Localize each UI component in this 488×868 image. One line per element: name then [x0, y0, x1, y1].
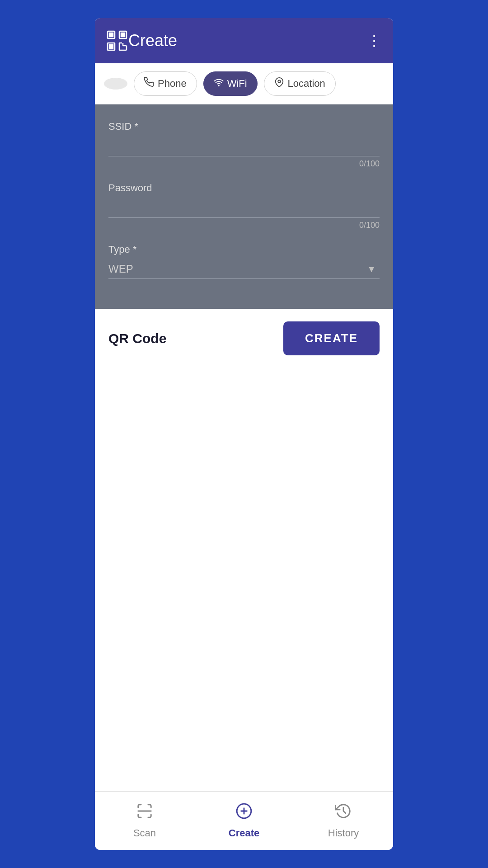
- svg-point-13: [278, 80, 281, 83]
- tab-location[interactable]: Location: [264, 71, 336, 96]
- qr-section: QR Code CREATE: [95, 309, 393, 368]
- menu-button[interactable]: ⋮: [367, 32, 382, 49]
- nav-item-scan[interactable]: Scan: [95, 802, 194, 839]
- qr-label: QR Code: [108, 331, 166, 346]
- nav-history-label: History: [328, 827, 359, 839]
- app-logo-icon: [106, 29, 128, 52]
- history-icon: [335, 802, 352, 824]
- nav-item-history[interactable]: History: [294, 802, 393, 839]
- tab-phone-label: Phone: [158, 78, 187, 90]
- header-title: Create: [128, 31, 367, 50]
- phone-icon: [144, 77, 154, 90]
- ssid-char-count: 0/100: [108, 159, 380, 169]
- svg-rect-5: [109, 45, 113, 48]
- tab-phone[interactable]: Phone: [134, 71, 197, 96]
- ssid-label: SSID *: [108, 121, 380, 132]
- type-select[interactable]: WEP WPA WPA2 None: [108, 259, 380, 279]
- svg-rect-1: [109, 33, 113, 37]
- phone-container: Create ⋮ Phone WiF: [95, 18, 393, 850]
- svg-point-12: [218, 85, 219, 86]
- svg-rect-3: [121, 33, 125, 37]
- type-label: Type *: [108, 244, 380, 255]
- ssid-input[interactable]: [108, 136, 380, 156]
- password-field: Password 0/100: [108, 182, 380, 230]
- wifi-icon: [214, 77, 224, 90]
- tab-wifi-label: WiFi: [227, 78, 247, 90]
- app-header: Create ⋮: [95, 18, 393, 63]
- password-input[interactable]: [108, 198, 380, 218]
- ssid-field: SSID * 0/100: [108, 121, 380, 169]
- password-char-count: 0/100: [108, 221, 380, 230]
- form-area: SSID * 0/100 Password 0/100 Type * WEP W…: [95, 104, 393, 309]
- nav-item-create[interactable]: Create: [194, 802, 294, 839]
- bottom-nav: Scan Create History: [95, 791, 393, 850]
- password-label: Password: [108, 182, 380, 194]
- tab-bar: Phone WiFi Location: [95, 63, 393, 104]
- tab-location-label: Location: [288, 78, 325, 90]
- plus-circle-icon: [235, 802, 253, 824]
- nav-scan-label: Scan: [133, 827, 156, 839]
- tab-wifi[interactable]: WiFi: [203, 71, 258, 96]
- create-button[interactable]: CREATE: [283, 321, 380, 355]
- type-select-wrapper: WEP WPA WPA2 None ▼: [108, 259, 380, 279]
- tab-partial[interactable]: [104, 78, 127, 90]
- location-icon: [274, 77, 284, 90]
- content-area: [95, 368, 393, 791]
- type-field: Type * WEP WPA WPA2 None ▼: [108, 244, 380, 279]
- nav-create-label: Create: [229, 827, 259, 839]
- scan-icon: [136, 802, 153, 824]
